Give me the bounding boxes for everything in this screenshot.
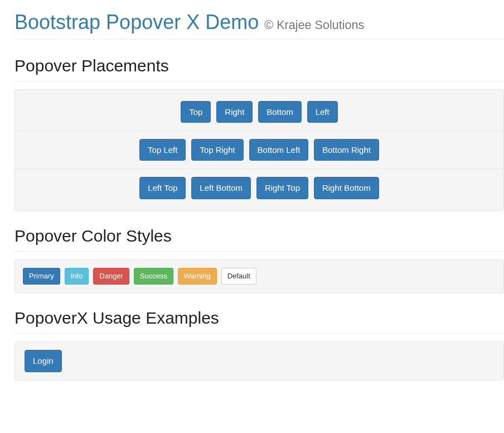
page-copyright: © Krajee Solutions bbox=[264, 18, 364, 32]
section-title-usage: PopoverX Usage Examples bbox=[14, 309, 504, 334]
right-top-button[interactable]: Right Top bbox=[256, 177, 308, 199]
placements-row-3: Left Top Left Bottom Right Top Right Bot… bbox=[15, 169, 503, 202]
placements-panel: Top Right Bottom Left Top Left Top Right… bbox=[14, 89, 504, 211]
left-bottom-button[interactable]: Left Bottom bbox=[191, 177, 251, 199]
left-button[interactable]: Left bbox=[307, 101, 338, 123]
page-header: Bootstrap Popover X Demo © Krajee Soluti… bbox=[14, 11, 504, 40]
page-title: Bootstrap Popover X Demo © Krajee Soluti… bbox=[14, 11, 504, 33]
right-button[interactable]: Right bbox=[216, 101, 253, 123]
styles-panel: Primary Info Danger Success Warning Defa… bbox=[14, 259, 504, 294]
bottom-left-button[interactable]: Bottom Left bbox=[249, 139, 309, 161]
top-left-button[interactable]: Top Left bbox=[139, 139, 186, 161]
placements-row-1: Top Right Bottom Left bbox=[15, 98, 503, 131]
right-bottom-button[interactable]: Right Bottom bbox=[314, 177, 379, 199]
primary-button[interactable]: Primary bbox=[23, 268, 60, 285]
top-button[interactable]: Top bbox=[181, 101, 211, 123]
warning-button[interactable]: Warning bbox=[178, 268, 217, 285]
section-title-styles: Popover Color Styles bbox=[14, 227, 504, 252]
info-button[interactable]: Info bbox=[65, 268, 89, 285]
page-title-text: Bootstrap Popover X Demo bbox=[14, 11, 259, 33]
section-title-placements: Popover Placements bbox=[14, 56, 504, 81]
top-right-button[interactable]: Top Right bbox=[191, 139, 243, 161]
danger-button[interactable]: Danger bbox=[93, 268, 129, 285]
login-button[interactable]: Login bbox=[25, 350, 62, 372]
bottom-right-button[interactable]: Bottom Right bbox=[314, 139, 379, 161]
left-top-button[interactable]: Left Top bbox=[139, 177, 186, 199]
placements-row-2: Top Left Top Right Bottom Left Bottom Ri… bbox=[15, 131, 503, 169]
usage-panel: Login bbox=[14, 341, 504, 380]
default-button[interactable]: Default bbox=[221, 268, 256, 285]
bottom-button[interactable]: Bottom bbox=[258, 101, 302, 123]
page-container: Bootstrap Popover X Demo © Krajee Soluti… bbox=[0, 0, 504, 403]
success-button[interactable]: Success bbox=[134, 268, 173, 285]
